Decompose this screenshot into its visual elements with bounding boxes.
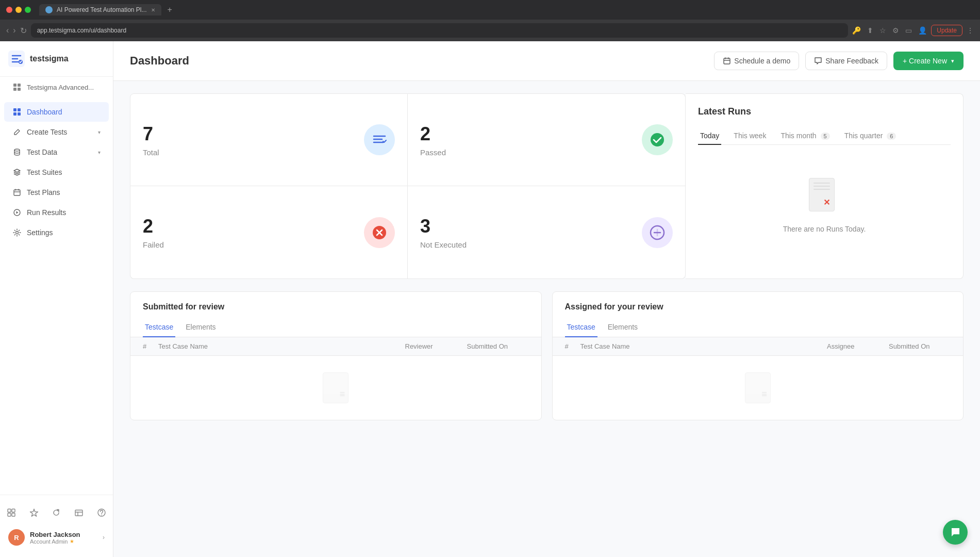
svg-rect-9 xyxy=(18,112,21,116)
star-icon[interactable]: ☆ xyxy=(879,26,886,35)
user-role: Account Admin ★ xyxy=(30,538,97,545)
header-actions: Schedule a demo Share Feedback + Create … xyxy=(714,52,964,70)
new-tab-button[interactable]: + xyxy=(168,5,172,14)
svg-rect-15 xyxy=(12,509,15,512)
submitted-table-header: # Test Case Name Reviewer Submitted On xyxy=(130,337,541,356)
svg-rect-21 xyxy=(724,58,730,64)
svg-rect-2 xyxy=(13,84,16,87)
svg-rect-7 xyxy=(18,108,21,111)
assigned-table-header: # Test Case Name Assignee Submitted On xyxy=(553,337,964,356)
sidebar-item-test-plans[interactable]: Test Plans xyxy=(4,183,109,202)
latest-runs-panel: Latest Runs Today This week This month 5 xyxy=(686,93,964,279)
stat-not-executed-info: 3 Not Executed xyxy=(420,216,467,249)
stat-failed-number: 2 xyxy=(143,216,164,237)
sidebar-toggle-icon[interactable]: ▭ xyxy=(905,26,912,35)
svg-rect-16 xyxy=(8,513,11,516)
svg-rect-11 xyxy=(14,190,20,195)
schedule-demo-label: Schedule a demo xyxy=(734,57,790,65)
tab-this-month[interactable]: This month 5 xyxy=(778,127,832,145)
svg-rect-4 xyxy=(13,88,16,91)
share-feedback-button[interactable]: Share Feedback xyxy=(805,52,887,70)
tab-close-icon[interactable]: ✕ xyxy=(151,7,155,13)
sidebar-item-label-settings: Settings xyxy=(27,228,101,237)
stat-card-total: 7 Total xyxy=(130,93,408,186)
window-controls xyxy=(6,7,31,13)
menu-icon[interactable]: ⋮ xyxy=(967,26,974,35)
sidebar-item-label-test-plans: Test Plans xyxy=(27,188,101,196)
database-icon xyxy=(12,148,22,157)
create-new-button[interactable]: + Create New ▾ xyxy=(893,52,964,70)
table-bottom-icon[interactable] xyxy=(72,505,86,520)
calendar-small-icon xyxy=(723,57,731,65)
close-dot[interactable] xyxy=(6,7,12,13)
assigned-tab-testcase[interactable]: Testcase xyxy=(565,318,597,337)
sidebar-item-test-data[interactable]: Test Data ▾ xyxy=(4,142,109,162)
url-bar[interactable]: app.testsigma.com/ui/dashboard xyxy=(31,23,849,38)
extensions-icon[interactable]: ⚙ xyxy=(892,26,899,35)
browser-tab[interactable]: AI Powered Test Automation Pl... ✕ xyxy=(39,4,161,15)
svg-point-22 xyxy=(651,133,664,146)
help-bottom-icon[interactable] xyxy=(94,505,109,520)
sidebar-item-label-test-suites: Test Suites xyxy=(27,168,101,176)
app-container: testsigma Testsigma Advanced... xyxy=(0,41,980,557)
settings-icon xyxy=(12,228,22,237)
svg-rect-5 xyxy=(18,88,21,91)
update-button[interactable]: Update xyxy=(931,25,962,36)
refresh-bottom-icon[interactable] xyxy=(49,505,64,520)
user-info: Robert Jackson Account Admin ★ xyxy=(30,531,97,545)
user-name: Robert Jackson xyxy=(30,531,97,538)
workspace-selector[interactable]: Testsigma Advanced... xyxy=(4,77,109,97)
schedule-demo-button[interactable]: Schedule a demo xyxy=(714,52,799,70)
forward-button[interactable]: › xyxy=(13,26,15,35)
svg-point-13 xyxy=(16,232,19,234)
sidebar-item-run-results[interactable]: Run Results xyxy=(4,203,109,222)
stat-not-executed-icon xyxy=(642,217,673,248)
stats-grid: 7 Total 2 xyxy=(130,93,686,279)
sidebar-item-create-tests[interactable]: Create Tests ▾ xyxy=(4,122,109,142)
tab-this-quarter[interactable]: This quarter 6 xyxy=(842,127,899,145)
svg-point-10 xyxy=(14,149,20,151)
assigned-tab-elements[interactable]: Elements xyxy=(606,318,640,337)
assigned-panel-empty: ≡ xyxy=(553,356,964,420)
back-button[interactable]: ‹ xyxy=(6,26,9,35)
logo-text: testsigma xyxy=(30,54,69,63)
chat-fab-button[interactable] xyxy=(943,520,968,545)
workspace-label: Testsigma Advanced... xyxy=(27,84,101,91)
assigned-for-review-panel: Assigned for your review Testcase Elemen… xyxy=(552,291,964,420)
grid-bottom-icon[interactable] xyxy=(4,505,19,520)
minimize-dot[interactable] xyxy=(15,7,22,13)
sidebar-item-test-suites[interactable]: Test Suites xyxy=(4,162,109,182)
main-header: Dashboard Schedule a demo Share Feedback xyxy=(113,41,980,81)
sidebar-item-settings[interactable]: Settings xyxy=(4,223,109,242)
user-profile[interactable]: R Robert Jackson Account Admin ★ › xyxy=(4,524,109,551)
share-feedback-label: Share Feedback xyxy=(825,57,878,65)
dashboard-icon xyxy=(12,107,22,117)
assigned-panel-title: Assigned for your review xyxy=(553,292,964,312)
sidebar-item-dashboard[interactable]: Dashboard xyxy=(4,102,109,122)
tab-this-week[interactable]: This week xyxy=(732,127,768,145)
star-bottom-icon[interactable] xyxy=(27,505,41,520)
testsigma-logo-icon xyxy=(8,51,25,67)
assigned-empty-icon: ≡ xyxy=(745,372,771,403)
submitted-tab-testcase[interactable]: Testcase xyxy=(143,318,175,337)
submitted-tab-elements[interactable]: Elements xyxy=(184,318,218,337)
share-icon: ⬆ xyxy=(867,26,873,35)
profile-icon[interactable]: 👤 xyxy=(918,26,927,35)
submitted-panel-title: Submitted for review xyxy=(130,292,541,312)
maximize-dot[interactable] xyxy=(25,7,31,13)
svg-rect-8 xyxy=(13,112,16,116)
this-quarter-badge: 6 xyxy=(887,133,896,140)
latest-runs-tabs: Today This week This month 5 This quarte… xyxy=(698,127,951,145)
stat-total-label: Total xyxy=(143,148,159,157)
tab-today[interactable]: Today xyxy=(698,127,721,145)
latest-runs-empty-text: There are no Runs Today. xyxy=(783,225,866,233)
stat-total-info: 7 Total xyxy=(143,123,159,157)
stat-not-executed-number: 3 xyxy=(420,216,467,237)
tab-title: AI Powered Test Automation Pl... xyxy=(57,6,147,13)
submitted-for-review-panel: Submitted for review Testcase Elements #… xyxy=(130,291,542,420)
latest-runs-empty: ✕ There are no Runs Today. xyxy=(698,157,951,254)
avatar: R xyxy=(8,529,25,546)
sidebar-logo: testsigma xyxy=(0,41,113,77)
create-new-label: + Create New xyxy=(903,57,947,65)
reload-button[interactable]: ↻ xyxy=(20,26,27,36)
